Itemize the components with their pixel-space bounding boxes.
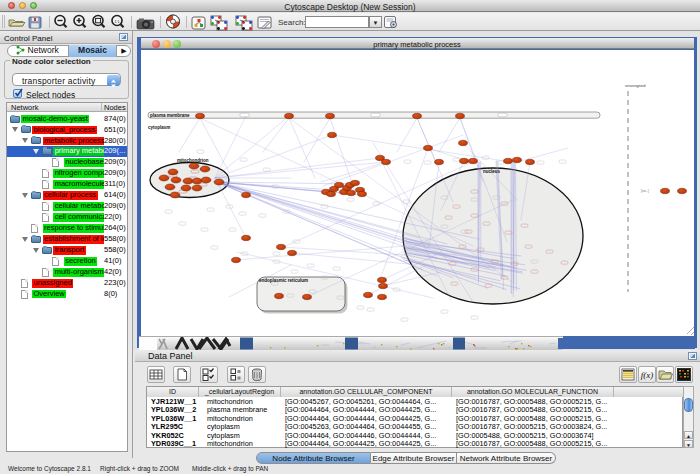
svg-text:cytoplasm: cytoplasm [148,125,170,130]
svg-text:1:1: 1:1 [115,20,120,24]
svg-text:mitochondrion: mitochondrion [177,158,209,163]
svg-text:endoplasmic reticulum: endoplasmic reticulum [259,278,308,283]
svg-text:unassigned: unassigned [625,83,645,88]
svg-text:f(x): f(x) [641,370,654,380]
svg-text:[un..]: [un..] [641,189,649,193]
svg-text:plasma membrane: plasma membrane [150,113,190,118]
svg-text:nucleus: nucleus [483,169,501,174]
